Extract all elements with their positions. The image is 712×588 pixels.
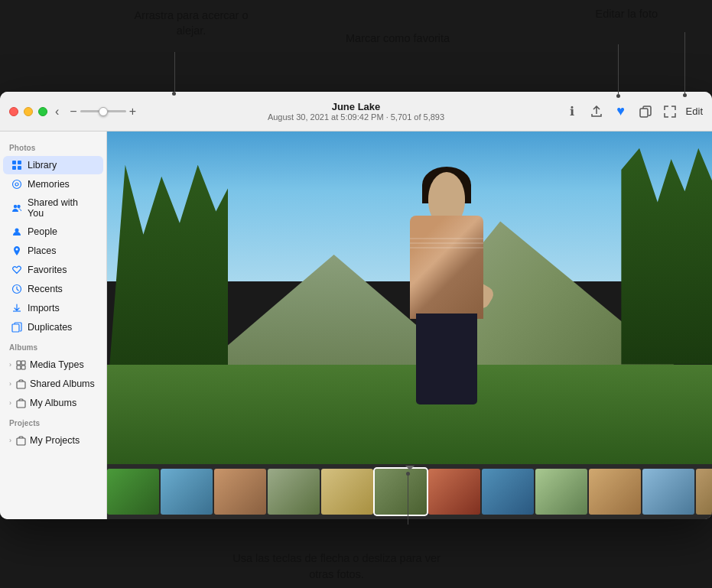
library-label: Library [28, 160, 57, 171]
film-thumb-5[interactable] [321, 469, 373, 515]
my-albums-label: My Albums [30, 398, 76, 408]
svg-point-10 [16, 249, 18, 251]
places-label: Places [28, 245, 57, 256]
app-window: ‹ − + June Lake August 30, 2021 at 5:09:… [0, 92, 712, 519]
photo-canvas [107, 132, 712, 464]
svg-rect-18 [17, 401, 25, 408]
person-torso [410, 216, 483, 318]
duplicates-icon [11, 321, 23, 333]
film-thumb-8[interactable] [482, 469, 534, 515]
sidebar-item-recents[interactable]: Recents [3, 280, 103, 298]
share-icon[interactable] [588, 103, 605, 120]
edit-button[interactable]: Edit [686, 106, 703, 117]
my-projects-icon [15, 434, 27, 447]
film-strip-inner [107, 466, 712, 518]
photo-viewer [107, 132, 712, 519]
filmstrip-callout: Usa las teclas de flecha o desliza para … [229, 551, 444, 582]
sidebar-group-shared-albums[interactable]: › Shared Albums [3, 375, 103, 393]
sidebar-item-favorites[interactable]: Favorites [3, 261, 103, 279]
film-thumb-10[interactable] [589, 469, 641, 515]
person-body [385, 160, 508, 404]
main-photo[interactable] [107, 132, 712, 464]
my-projects-chevron: › [9, 437, 11, 444]
titlebar-right: ℹ ♥ Edit [564, 103, 703, 120]
film-strip[interactable] [107, 464, 712, 519]
titlebar-center: June Lake August 30, 2021 at 5:09:42 PM … [268, 101, 444, 122]
people-label: People [28, 226, 57, 237]
film-thumb-4[interactable] [268, 469, 320, 515]
duplicate-icon[interactable] [637, 103, 654, 120]
scroll-indicator [405, 466, 415, 470]
recents-label: Recents [28, 284, 63, 294]
sidebar-item-duplicates[interactable]: Duplicates [3, 318, 103, 336]
favorites-icon [11, 264, 23, 276]
favorite-callout: Marcar como favorita [329, 31, 467, 46]
sidebar-item-people[interactable]: People [3, 223, 103, 241]
sidebar: Photos Library [0, 132, 107, 519]
albums-section-label: Albums [0, 337, 106, 355]
shared-icon [11, 202, 23, 214]
photo-title: June Lake [332, 101, 381, 112]
svg-point-5 [13, 180, 21, 189]
svg-rect-4 [18, 166, 21, 170]
maximize-button[interactable] [38, 107, 47, 116]
photo-subtitle: August 30, 2021 at 5:09:42 PM · 5,701 of… [268, 112, 444, 122]
sidebar-item-library[interactable]: Library [3, 156, 103, 174]
svg-point-9 [15, 229, 19, 232]
photos-section-label: Photos [0, 138, 106, 155]
sidebar-item-places[interactable]: Places [3, 242, 103, 260]
svg-rect-2 [18, 161, 21, 164]
shared-albums-label: Shared Albums [30, 378, 95, 389]
my-projects-label: My Projects [30, 435, 80, 446]
sidebar-group-my-projects[interactable]: › My Projects [3, 431, 103, 450]
imports-label: Imports [28, 303, 60, 313]
film-thumb-1[interactable] [107, 469, 159, 515]
film-thumb-12[interactable] [696, 469, 712, 515]
svg-point-7 [14, 205, 17, 208]
drag-zoom-callout: Arrastra para acercar o alejar. [130, 8, 252, 39]
zoom-thumb[interactable] [99, 107, 108, 116]
zoom-out-button[interactable]: − [70, 106, 76, 118]
zoom-slider[interactable] [80, 110, 126, 112]
svg-rect-17 [17, 382, 25, 388]
film-thumb-6[interactable] [375, 469, 427, 515]
back-button[interactable]: ‹ [52, 103, 62, 120]
sidebar-group-my-albums[interactable]: › My Albums [3, 394, 103, 412]
expand-icon[interactable] [662, 103, 678, 120]
shared-albums-icon [15, 378, 27, 390]
edit-callout: Editar la foto [558, 6, 658, 21]
film-thumb-3[interactable] [214, 469, 266, 515]
duplicates-label: Duplicates [28, 322, 72, 333]
titlebar: ‹ − + June Lake August 30, 2021 at 5:09:… [0, 92, 712, 132]
zoom-in-button[interactable]: + [129, 106, 136, 118]
person [385, 160, 508, 404]
sidebar-group-media-types[interactable]: › Media Types [3, 356, 103, 374]
svg-rect-13 [17, 361, 21, 365]
people-icon [11, 226, 23, 238]
sidebar-item-memories[interactable]: Memories [3, 175, 103, 193]
info-icon[interactable]: ℹ [564, 103, 580, 120]
film-thumb-11[interactable] [642, 469, 694, 515]
person-legs [416, 313, 477, 404]
media-types-chevron: › [9, 361, 11, 369]
svg-point-8 [17, 205, 20, 208]
favorites-label: Favorites [28, 265, 67, 275]
memories-icon [11, 178, 23, 190]
film-thumb-7[interactable] [428, 469, 480, 515]
sidebar-item-shared-with-you[interactable]: Shared with You [3, 194, 103, 222]
film-thumb-2[interactable] [161, 469, 213, 515]
my-albums-icon [15, 397, 27, 409]
drag-zoom-line [174, 52, 175, 92]
close-button[interactable] [9, 107, 18, 116]
sidebar-item-imports[interactable]: Imports [3, 299, 103, 317]
recents-icon [11, 283, 23, 295]
favorite-icon[interactable]: ♥ [613, 103, 629, 120]
imports-icon [11, 302, 23, 314]
library-icon [11, 159, 23, 171]
minimize-button[interactable] [24, 107, 33, 116]
svg-rect-14 [21, 361, 25, 365]
film-thumb-9[interactable] [535, 469, 587, 515]
media-types-icon [15, 359, 27, 371]
svg-rect-15 [17, 365, 21, 369]
trees-left [107, 165, 228, 398]
